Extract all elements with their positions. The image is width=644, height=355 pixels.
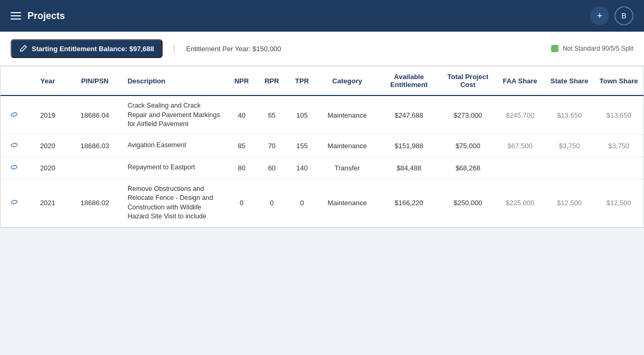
row-rpr: 70 — [257, 135, 287, 157]
row-pin — [68, 157, 122, 179]
row-faa-share: $67,500 — [495, 135, 545, 157]
row-available-entitlement: $151,988 — [377, 135, 441, 157]
row-description: Crack Sealing and Crack Repair and Pavem… — [122, 95, 226, 135]
row-year: 2020 — [28, 135, 68, 157]
legend-dot — [551, 45, 558, 52]
col-header-town-share: Town Share — [594, 66, 643, 95]
table-header-row: Year PIN/PSN Description NPR RPR TPR Cat… — [1, 66, 643, 95]
row-icon-cell — [1, 179, 28, 227]
legend-label: Not Standard 90/5/5 Split — [563, 45, 633, 52]
row-npr: 85 — [226, 135, 257, 157]
row-available-entitlement: $247,688 — [377, 95, 441, 135]
entitlement-label: Starting Entitlement Balance: $97,688 — [32, 45, 154, 53]
row-pin: 18686.04 — [68, 95, 122, 135]
row-description: Remove Obstructions and Relocate Fence -… — [122, 179, 226, 227]
row-npr: 0 — [226, 179, 257, 227]
row-rpr: 60 — [257, 157, 287, 179]
link-icon[interactable] — [10, 140, 19, 150]
projects-table: Year PIN/PSN Description NPR RPR TPR Cat… — [1, 66, 643, 227]
row-year: 2021 — [28, 179, 68, 227]
col-header-state-share: State Share — [545, 66, 594, 95]
row-faa-share: $225,000 — [495, 179, 545, 227]
col-header-icon — [1, 66, 28, 95]
row-total-project-cost: $250,000 — [440, 179, 495, 227]
row-available-entitlement: $84,488 — [377, 157, 441, 179]
header-left: Projects — [11, 11, 65, 22]
col-header-total-project-cost: Total Project Cost — [440, 66, 495, 95]
edit-icon — [19, 44, 27, 53]
user-button[interactable]: B — [614, 6, 633, 25]
add-button[interactable]: + — [590, 6, 609, 25]
row-description: Repayment to Eastport — [122, 157, 226, 179]
col-header-year: Year — [28, 66, 68, 95]
row-description: Avigation Easement — [122, 135, 226, 157]
row-rpr: 65 — [257, 95, 287, 135]
table-body: 201918686.04Crack Sealing and Crack Repa… — [1, 95, 643, 227]
row-town-share — [594, 157, 643, 179]
row-town-share: $3,750 — [594, 135, 643, 157]
app-header: Projects + B — [0, 0, 644, 32]
col-header-npr: NPR — [226, 66, 257, 95]
row-total-project-cost: $68,268 — [440, 157, 495, 179]
row-available-entitlement: $166,220 — [377, 179, 441, 227]
row-npr: 80 — [226, 157, 257, 179]
row-icon-cell — [1, 95, 28, 135]
legend: Not Standard 90/5/5 Split — [551, 45, 633, 52]
col-header-pin: PIN/PSN — [68, 66, 122, 95]
row-year: 2020 — [28, 157, 68, 179]
row-state-share: $3,750 — [545, 135, 594, 157]
col-header-description: Description — [122, 66, 226, 95]
projects-table-container: Year PIN/PSN Description NPR RPR TPR Cat… — [0, 66, 644, 228]
row-category: Maintenance — [317, 179, 377, 227]
chain-icon — [10, 162, 19, 172]
divider: | — [173, 43, 176, 54]
row-tpr: 140 — [287, 157, 317, 179]
link-icon[interactable] — [10, 197, 19, 207]
row-year: 2019 — [28, 95, 68, 135]
link-icon[interactable] — [10, 162, 19, 172]
row-tpr: 155 — [287, 135, 317, 157]
col-header-tpr: TPR — [287, 66, 317, 95]
entitlement-badge-button[interactable]: Starting Entitlement Balance: $97,688 — [11, 39, 163, 58]
col-header-available-entitlement: Available Entitlement — [377, 66, 441, 95]
chain-icon — [10, 140, 19, 150]
row-rpr: 0 — [257, 179, 287, 227]
table-row: 202018686.03Avigation Easement8570155Mai… — [1, 135, 643, 157]
row-state-share — [545, 157, 594, 179]
row-icon-cell — [1, 135, 28, 157]
row-category: Transfer — [317, 157, 377, 179]
row-icon-cell — [1, 157, 28, 179]
row-tpr: 105 — [287, 95, 317, 135]
per-year-label: Entitlement Per Year: $150,000 — [186, 45, 281, 53]
col-header-rpr: RPR — [257, 66, 287, 95]
row-tpr: 0 — [287, 179, 317, 227]
col-header-category: Category — [317, 66, 377, 95]
hamburger-icon[interactable] — [11, 12, 21, 20]
col-header-faa-share: FAA Share — [495, 66, 545, 95]
row-faa-share: $245,700 — [495, 95, 545, 135]
row-town-share: $13,650 — [594, 95, 643, 135]
row-state-share: $13,650 — [545, 95, 594, 135]
row-category: Maintenance — [317, 135, 377, 157]
row-category: Maintenance — [317, 95, 377, 135]
row-total-project-cost: $273,000 — [440, 95, 495, 135]
table-row: 202118686.02Remove Obstructions and Relo… — [1, 179, 643, 227]
sub-header: Starting Entitlement Balance: $97,688 | … — [0, 32, 644, 66]
row-npr: 40 — [226, 95, 257, 135]
app-title: Projects — [27, 11, 65, 22]
header-right: + B — [590, 6, 633, 25]
row-state-share: $12,500 — [545, 179, 594, 227]
row-pin: 18686.03 — [68, 135, 122, 157]
table-row: 2020Repayment to Eastport8060140Transfer… — [1, 157, 643, 179]
chain-icon — [10, 197, 19, 207]
row-total-project-cost: $75,000 — [440, 135, 495, 157]
row-faa-share — [495, 157, 545, 179]
row-pin: 18686.02 — [68, 179, 122, 227]
chain-icon — [10, 110, 19, 119]
row-town-share: $12,500 — [594, 179, 643, 227]
table-row: 201918686.04Crack Sealing and Crack Repa… — [1, 95, 643, 135]
link-icon[interactable] — [10, 110, 19, 119]
